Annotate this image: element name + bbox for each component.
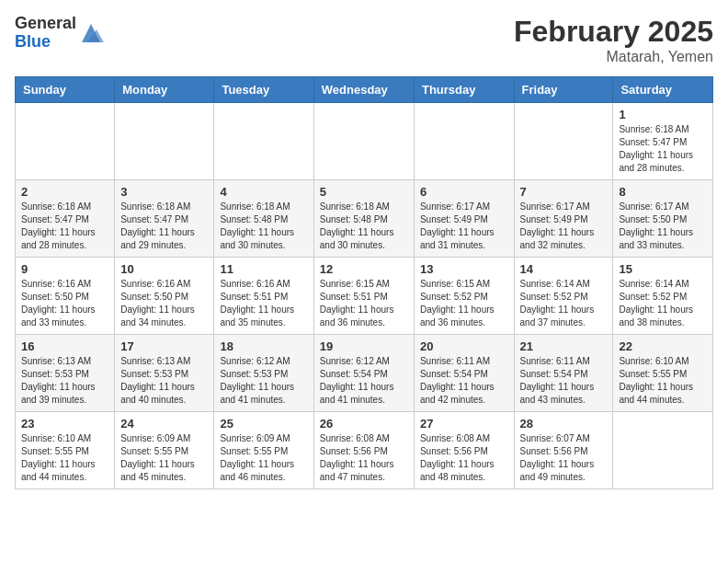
day-info: Sunrise: 6:18 AM Sunset: 5:48 PM Dayligh… — [220, 201, 307, 252]
calendar-week-row: 16Sunrise: 6:13 AM Sunset: 5:53 PM Dayli… — [16, 335, 713, 412]
day-number: 19 — [320, 339, 408, 353]
day-number: 14 — [520, 262, 608, 276]
day-info: Sunrise: 6:09 AM Sunset: 5:55 PM Dayligh… — [120, 432, 208, 484]
title-area: February 2025 Matarah, Yemen — [514, 15, 713, 65]
day-info: Sunrise: 6:16 AM Sunset: 5:50 PM Dayligh… — [120, 278, 208, 329]
day-number: 8 — [619, 185, 707, 199]
calendar-cell: 20Sunrise: 6:11 AM Sunset: 5:54 PM Dayli… — [414, 335, 514, 412]
calendar-cell: 5Sunrise: 6:18 AM Sunset: 5:48 PM Daylig… — [313, 180, 414, 258]
day-number: 11 — [220, 262, 307, 276]
page-header: General Blue February 2025 Matarah, Yeme… — [15, 15, 713, 65]
day-number: 4 — [220, 185, 307, 199]
col-thursday: Thursday — [414, 77, 514, 103]
calendar-cell: 17Sunrise: 6:13 AM Sunset: 5:53 PM Dayli… — [115, 335, 214, 412]
calendar-cell — [313, 103, 414, 180]
day-number: 24 — [120, 417, 208, 431]
calendar-cell: 18Sunrise: 6:12 AM Sunset: 5:53 PM Dayli… — [214, 335, 313, 412]
day-number: 15 — [619, 262, 707, 276]
calendar-header-row: Sunday Monday Tuesday Wednesday Thursday… — [16, 77, 713, 103]
calendar-cell: 8Sunrise: 6:17 AM Sunset: 5:50 PM Daylig… — [613, 180, 713, 258]
day-info: Sunrise: 6:15 AM Sunset: 5:51 PM Dayligh… — [320, 278, 408, 329]
col-friday: Friday — [514, 77, 613, 103]
day-number: 2 — [21, 185, 108, 199]
calendar-cell: 12Sunrise: 6:15 AM Sunset: 5:51 PM Dayli… — [313, 258, 414, 335]
col-wednesday: Wednesday — [313, 77, 414, 103]
calendar-cell: 14Sunrise: 6:14 AM Sunset: 5:52 PM Dayli… — [514, 258, 613, 335]
day-number: 9 — [21, 262, 108, 276]
day-info: Sunrise: 6:11 AM Sunset: 5:54 PM Dayligh… — [420, 355, 508, 407]
calendar-cell — [514, 103, 613, 180]
day-number: 23 — [21, 417, 108, 431]
day-info: Sunrise: 6:15 AM Sunset: 5:52 PM Dayligh… — [420, 278, 508, 329]
day-info: Sunrise: 6:08 AM Sunset: 5:56 PM Dayligh… — [420, 432, 508, 484]
day-info: Sunrise: 6:17 AM Sunset: 5:50 PM Dayligh… — [619, 201, 707, 252]
day-info: Sunrise: 6:07 AM Sunset: 5:56 PM Dayligh… — [520, 432, 608, 484]
day-info: Sunrise: 6:12 AM Sunset: 5:54 PM Dayligh… — [320, 355, 408, 407]
calendar-cell: 13Sunrise: 6:15 AM Sunset: 5:52 PM Dayli… — [414, 258, 514, 335]
calendar-cell: 4Sunrise: 6:18 AM Sunset: 5:48 PM Daylig… — [214, 180, 313, 258]
calendar-cell: 9Sunrise: 6:16 AM Sunset: 5:50 PM Daylig… — [16, 258, 115, 335]
logo-blue-text: Blue — [15, 33, 76, 52]
day-info: Sunrise: 6:16 AM Sunset: 5:51 PM Dayligh… — [220, 278, 307, 329]
calendar-cell: 25Sunrise: 6:09 AM Sunset: 5:55 PM Dayli… — [214, 412, 313, 489]
calendar-cell: 22Sunrise: 6:10 AM Sunset: 5:55 PM Dayli… — [613, 335, 713, 412]
logo-general-text: General — [15, 15, 76, 33]
calendar-week-row: 23Sunrise: 6:10 AM Sunset: 5:55 PM Dayli… — [16, 412, 713, 489]
calendar-week-row: 2Sunrise: 6:18 AM Sunset: 5:47 PM Daylig… — [16, 180, 713, 258]
day-info: Sunrise: 6:18 AM Sunset: 5:48 PM Dayligh… — [320, 201, 408, 252]
calendar-table: Sunday Monday Tuesday Wednesday Thursday… — [15, 76, 713, 489]
day-number: 12 — [320, 262, 408, 276]
day-info: Sunrise: 6:18 AM Sunset: 5:47 PM Dayligh… — [120, 201, 208, 252]
calendar-cell: 19Sunrise: 6:12 AM Sunset: 5:54 PM Dayli… — [313, 335, 414, 412]
day-number: 13 — [420, 262, 508, 276]
day-info: Sunrise: 6:14 AM Sunset: 5:52 PM Dayligh… — [619, 278, 707, 329]
day-info: Sunrise: 6:09 AM Sunset: 5:55 PM Dayligh… — [220, 432, 307, 484]
calendar-cell: 11Sunrise: 6:16 AM Sunset: 5:51 PM Dayli… — [214, 258, 313, 335]
day-info: Sunrise: 6:18 AM Sunset: 5:47 PM Dayligh… — [21, 201, 108, 252]
day-info: Sunrise: 6:10 AM Sunset: 5:55 PM Dayligh… — [21, 432, 108, 484]
day-info: Sunrise: 6:17 AM Sunset: 5:49 PM Dayligh… — [420, 201, 508, 252]
day-info: Sunrise: 6:13 AM Sunset: 5:53 PM Dayligh… — [21, 355, 108, 407]
col-monday: Monday — [115, 77, 214, 103]
day-number: 22 — [619, 339, 707, 353]
day-number: 3 — [120, 185, 208, 199]
day-number: 26 — [320, 417, 408, 431]
day-info: Sunrise: 6:18 AM Sunset: 5:47 PM Dayligh… — [619, 123, 707, 175]
calendar-cell: 1Sunrise: 6:18 AM Sunset: 5:47 PM Daylig… — [613, 103, 713, 180]
calendar-week-row: 9Sunrise: 6:16 AM Sunset: 5:50 PM Daylig… — [16, 258, 713, 335]
calendar-cell: 3Sunrise: 6:18 AM Sunset: 5:47 PM Daylig… — [115, 180, 214, 258]
location-text: Matarah, Yemen — [514, 49, 713, 65]
calendar-cell: 15Sunrise: 6:14 AM Sunset: 5:52 PM Dayli… — [613, 258, 713, 335]
day-info: Sunrise: 6:10 AM Sunset: 5:55 PM Dayligh… — [619, 355, 707, 407]
calendar-week-row: 1Sunrise: 6:18 AM Sunset: 5:47 PM Daylig… — [16, 103, 713, 180]
calendar-cell: 24Sunrise: 6:09 AM Sunset: 5:55 PM Dayli… — [115, 412, 214, 489]
col-sunday: Sunday — [16, 77, 115, 103]
calendar-cell: 10Sunrise: 6:16 AM Sunset: 5:50 PM Dayli… — [115, 258, 214, 335]
day-number: 18 — [220, 339, 307, 353]
calendar-cell — [613, 412, 713, 489]
calendar-cell — [115, 103, 214, 180]
day-info: Sunrise: 6:11 AM Sunset: 5:54 PM Dayligh… — [520, 355, 608, 407]
day-number: 6 — [420, 185, 508, 199]
day-info: Sunrise: 6:13 AM Sunset: 5:53 PM Dayligh… — [120, 355, 208, 407]
day-number: 20 — [420, 339, 508, 353]
month-title: February 2025 — [514, 15, 713, 49]
calendar-cell — [16, 103, 115, 180]
day-number: 27 — [420, 417, 508, 431]
day-number: 7 — [520, 185, 608, 199]
day-number: 1 — [619, 108, 707, 121]
day-info: Sunrise: 6:14 AM Sunset: 5:52 PM Dayligh… — [520, 278, 608, 329]
day-number: 21 — [520, 339, 608, 353]
calendar-cell: 28Sunrise: 6:07 AM Sunset: 5:56 PM Dayli… — [514, 412, 613, 489]
calendar-cell: 21Sunrise: 6:11 AM Sunset: 5:54 PM Dayli… — [514, 335, 613, 412]
calendar-cell: 27Sunrise: 6:08 AM Sunset: 5:56 PM Dayli… — [414, 412, 514, 489]
day-info: Sunrise: 6:16 AM Sunset: 5:50 PM Dayligh… — [21, 278, 108, 329]
calendar-cell: 2Sunrise: 6:18 AM Sunset: 5:47 PM Daylig… — [16, 180, 115, 258]
day-number: 25 — [220, 417, 307, 431]
day-info: Sunrise: 6:17 AM Sunset: 5:49 PM Dayligh… — [520, 201, 608, 252]
day-number: 17 — [120, 339, 208, 353]
calendar-cell: 26Sunrise: 6:08 AM Sunset: 5:56 PM Dayli… — [313, 412, 414, 489]
calendar-cell: 23Sunrise: 6:10 AM Sunset: 5:55 PM Dayli… — [16, 412, 115, 489]
col-tuesday: Tuesday — [214, 77, 313, 103]
logo-icon — [78, 20, 104, 46]
